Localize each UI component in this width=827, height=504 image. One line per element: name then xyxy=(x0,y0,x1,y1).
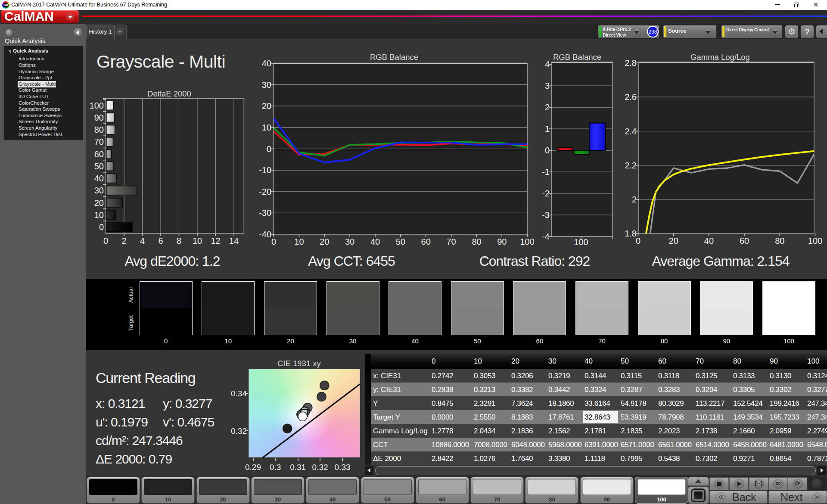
svg-text:-10: -10 xyxy=(259,165,271,175)
svg-text:0: 0 xyxy=(99,222,104,232)
svg-text:6: 6 xyxy=(158,236,163,246)
svg-text:-2: -2 xyxy=(542,189,550,198)
svg-text:2.6: 2.6 xyxy=(625,92,637,102)
svg-text:Target: Target xyxy=(127,315,134,331)
svg-text:1.8: 1.8 xyxy=(625,229,637,238)
svg-text:80: 80 xyxy=(94,125,104,134)
svg-text:10: 10 xyxy=(193,236,202,246)
svg-text:80: 80 xyxy=(775,236,784,246)
svg-text:2: 2 xyxy=(545,103,550,112)
svg-text:80: 80 xyxy=(472,237,481,246)
svg-text:Gamma Log/Log: Gamma Log/Log xyxy=(690,53,750,62)
svg-text:-20: -20 xyxy=(259,187,271,196)
svg-text:90: 90 xyxy=(94,113,104,122)
svg-text:20: 20 xyxy=(262,101,271,111)
svg-text:50: 50 xyxy=(396,237,405,246)
svg-text:DeltaE 2000: DeltaE 2000 xyxy=(147,89,191,98)
svg-text:2.4: 2.4 xyxy=(625,127,637,136)
svg-text:4: 4 xyxy=(140,236,145,246)
svg-text:0: 0 xyxy=(271,237,276,246)
svg-text:0: 0 xyxy=(545,146,550,155)
svg-text:-3: -3 xyxy=(542,210,550,220)
svg-text:14: 14 xyxy=(229,236,239,246)
svg-text:-4: -4 xyxy=(542,232,550,241)
svg-text:100: 100 xyxy=(90,101,104,110)
svg-text:70: 70 xyxy=(94,137,104,146)
svg-text:40: 40 xyxy=(262,59,271,68)
svg-text:2.2: 2.2 xyxy=(625,161,637,170)
svg-text:3: 3 xyxy=(545,81,550,90)
svg-text:100: 100 xyxy=(520,237,534,246)
svg-text:30: 30 xyxy=(262,80,271,90)
svg-text:60: 60 xyxy=(740,236,749,246)
svg-text:100: 100 xyxy=(574,237,588,247)
svg-text:-40: -40 xyxy=(259,230,271,239)
svg-text:0: 0 xyxy=(103,236,108,246)
svg-text:20: 20 xyxy=(669,236,678,246)
svg-text:70: 70 xyxy=(446,237,456,246)
svg-text:40: 40 xyxy=(370,237,380,246)
svg-text:50: 50 xyxy=(94,162,104,171)
svg-text:40: 40 xyxy=(704,236,714,246)
svg-text:60: 60 xyxy=(421,237,431,246)
svg-text:20: 20 xyxy=(94,198,104,208)
svg-text:RGB Balance: RGB Balance xyxy=(370,53,418,62)
svg-text:12: 12 xyxy=(211,236,220,246)
svg-text:Actual: Actual xyxy=(127,287,134,303)
svg-text:20: 20 xyxy=(320,237,329,246)
svg-text:0: 0 xyxy=(267,144,271,154)
svg-text:10: 10 xyxy=(294,237,304,246)
svg-text:30: 30 xyxy=(94,186,104,195)
svg-text:10: 10 xyxy=(262,123,271,132)
svg-text:-1: -1 xyxy=(542,167,550,177)
svg-text:1: 1 xyxy=(545,124,550,134)
svg-text:40: 40 xyxy=(94,174,104,183)
svg-text:4: 4 xyxy=(545,59,550,69)
svg-text:100: 100 xyxy=(808,236,822,246)
svg-text:2: 2 xyxy=(632,195,637,204)
svg-text:0: 0 xyxy=(636,236,640,246)
svg-text:2.8: 2.8 xyxy=(625,58,637,68)
svg-text:-30: -30 xyxy=(259,208,271,218)
svg-text:10: 10 xyxy=(94,210,104,220)
svg-text:2: 2 xyxy=(122,236,127,246)
svg-text:90: 90 xyxy=(497,237,507,246)
svg-text:60: 60 xyxy=(94,149,104,159)
svg-text:30: 30 xyxy=(345,237,354,246)
svg-text:8: 8 xyxy=(177,236,181,246)
svg-text:RGB Balance: RGB Balance xyxy=(553,53,601,62)
